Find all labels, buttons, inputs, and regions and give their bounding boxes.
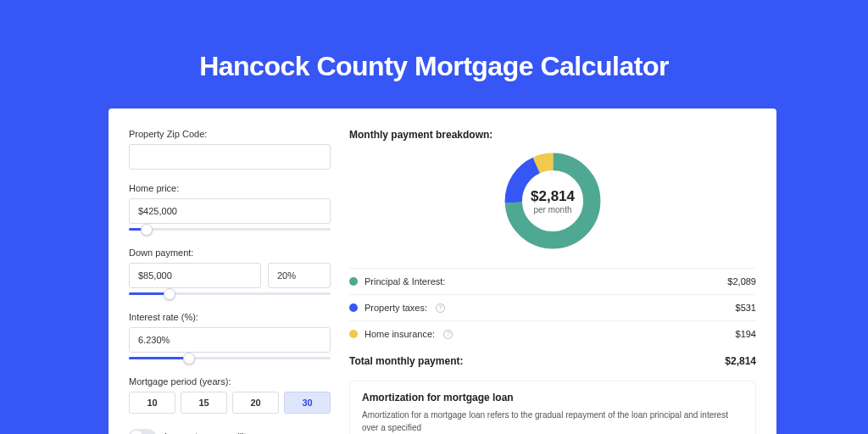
interest-rate-group: Interest rate (%): [129, 312, 331, 364]
slider-thumb[interactable] [164, 288, 175, 300]
breakdown-title: Monthly payment breakdown: [349, 129, 756, 141]
interest-rate-input[interactable] [129, 327, 331, 353]
legend-label-taxes: Property taxes: [364, 303, 427, 313]
legend-label-principal: Principal & Interest: [364, 276, 445, 287]
down-payment-label: Down payment: [129, 248, 331, 258]
zip-field-group: Property Zip Code: [129, 129, 331, 171]
mortgage-period-group: Mortgage period (years): 10 15 20 30 [129, 376, 331, 414]
veteran-toggle-row: I am veteran or military [129, 429, 331, 434]
calculator-card: Property Zip Code: Home price: Down paym… [108, 108, 776, 434]
legend-row-taxes: Property taxes: ? $531 [349, 294, 756, 320]
results-column: Monthly payment breakdown: $2,814 per mo… [349, 129, 756, 434]
amortization-text: Amortization for a mortgage loan refers … [362, 409, 743, 434]
period-btn-30[interactable]: 30 [284, 392, 331, 414]
period-btn-15[interactable]: 15 [181, 392, 227, 414]
page-title: Hancock County Mortgage Calculator [0, 0, 868, 82]
legend-row-insurance: Home insurance: ? $194 [349, 320, 756, 347]
legend-label-insurance: Home insurance: [364, 329, 435, 339]
home-price-label: Home price: [129, 183, 331, 193]
total-row: Total monthly payment: $2,814 [349, 347, 756, 376]
down-payment-amount-input[interactable] [129, 263, 261, 288]
down-payment-slider[interactable] [129, 288, 331, 300]
inputs-column: Property Zip Code: Home price: Down paym… [129, 129, 331, 434]
amortization-box: Amortization for mortgage loan Amortizat… [349, 381, 756, 434]
legend-value-taxes: $531 [736, 303, 756, 313]
zip-label: Property Zip Code: [129, 129, 331, 139]
home-price-group: Home price: [129, 183, 331, 236]
amortization-title: Amortization for mortgage loan [362, 392, 743, 403]
total-label: Total monthly payment: [349, 355, 463, 367]
zip-input[interactable] [129, 144, 331, 170]
period-btn-10[interactable]: 10 [129, 392, 175, 414]
period-btn-20[interactable]: 20 [232, 392, 279, 414]
info-icon[interactable]: ? [436, 303, 445, 313]
down-payment-group: Down payment: [129, 248, 331, 300]
veteran-toggle[interactable] [129, 429, 156, 434]
swatch-principal [349, 277, 358, 286]
mortgage-period-label: Mortgage period (years): [129, 376, 331, 387]
swatch-taxes [349, 303, 358, 312]
swatch-insurance [349, 330, 358, 338]
total-value: $2,814 [725, 355, 756, 367]
donut-center-sub: per month [533, 205, 571, 214]
home-price-slider[interactable] [129, 224, 331, 236]
legend-row-principal: Principal & Interest: $2,089 [349, 268, 756, 294]
donut-chart: $2,814 per month [501, 149, 604, 253]
info-icon[interactable]: ? [443, 330, 453, 339]
toggle-knob [131, 431, 142, 434]
slider-thumb[interactable] [141, 224, 153, 236]
legend-value-insurance: $194 [736, 329, 756, 339]
interest-rate-slider[interactable] [129, 353, 331, 364]
donut-center-amount: $2,814 [531, 188, 575, 205]
interest-rate-label: Interest rate (%): [129, 312, 331, 322]
home-price-input[interactable] [129, 198, 331, 224]
down-payment-percent-input[interactable] [268, 263, 331, 288]
slider-thumb[interactable] [183, 353, 195, 364]
legend-value-principal: $2,089 [727, 276, 756, 287]
donut-chart-wrap: $2,814 per month [349, 149, 756, 253]
period-buttons: 10 15 20 30 [129, 392, 331, 414]
